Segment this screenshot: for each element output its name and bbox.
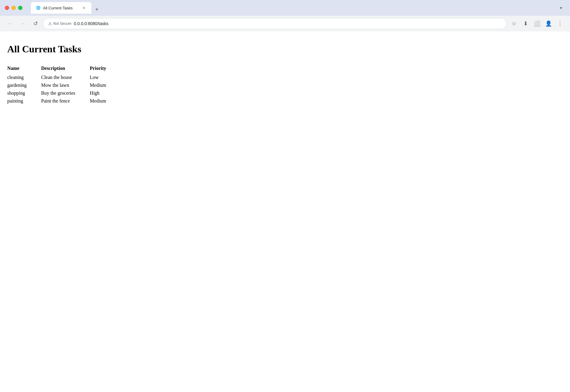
cell-description: Clean the house: [41, 74, 90, 81]
cell-name: painting: [7, 97, 41, 105]
close-button[interactable]: [5, 6, 9, 10]
not-secure-label: Not Secure: [53, 21, 71, 26]
table-body: cleaningClean the houseLowgardeningMow t…: [7, 74, 121, 105]
download-button[interactable]: ⬇: [520, 18, 531, 29]
table-row: gardeningMow the lawnMedium: [7, 81, 121, 89]
cell-priority: High: [90, 89, 121, 97]
table-row: cleaningClean the houseLow: [7, 74, 121, 81]
address-text: 0.0.0.0:8080/tasks: [74, 21, 501, 26]
sidebar-button[interactable]: ⬜: [532, 18, 542, 29]
cell-name: shopping: [7, 89, 41, 97]
cell-priority: Medium: [90, 97, 121, 105]
not-secure-indicator: ⚠ Not Secure: [48, 21, 71, 26]
minimize-button[interactable]: [11, 6, 16, 10]
column-header-name: Name: [7, 64, 41, 74]
new-tab-button[interactable]: +: [93, 5, 101, 14]
cell-description: Buy the groceries: [41, 89, 90, 97]
column-header-description: Description: [41, 64, 90, 74]
cell-name: gardening: [7, 81, 41, 89]
table-row: paintingPaint the fenceMedium: [7, 97, 121, 105]
page-title: All Current Tasks: [7, 44, 563, 55]
warning-icon: ⚠: [48, 21, 52, 26]
table-header-row: Name Description Priority: [7, 64, 121, 74]
address-bar[interactable]: ⚠ Not Secure 0.0.0.0:8080/tasks: [43, 18, 506, 29]
cell-priority: Medium: [90, 81, 121, 89]
forward-button[interactable]: →: [18, 18, 28, 29]
bookmark-button[interactable]: ☆: [509, 18, 519, 29]
cell-description: Mow the lawn: [41, 81, 90, 89]
cell-priority: Low: [90, 74, 121, 81]
table-header: Name Description Priority: [7, 64, 121, 74]
cell-description: Paint the fence: [41, 97, 90, 105]
cell-name: cleaning: [7, 74, 41, 81]
tasks-table: Name Description Priority cleaningClean …: [7, 64, 121, 105]
menu-button[interactable]: ⋮: [555, 18, 565, 29]
tab-bar: 🌐 All Current Tasks × +: [31, 2, 101, 14]
active-tab[interactable]: 🌐 All Current Tasks ×: [31, 2, 91, 14]
browser-frame: 🌐 All Current Tasks × + ▾ ← → ↺ ⚠ Not Se…: [0, 0, 570, 392]
nav-actions: ☆ ⬇ ⬜ 👤 ⋮: [509, 18, 565, 29]
tab-title: All Current Tasks: [43, 6, 79, 10]
column-header-priority: Priority: [90, 64, 121, 74]
profile-button[interactable]: 👤: [543, 18, 554, 29]
navigation-bar: ← → ↺ ⚠ Not Secure 0.0.0.0:8080/tasks ☆ …: [0, 16, 570, 31]
tab-close-button[interactable]: ×: [81, 5, 87, 11]
table-row: shoppingBuy the groceriesHigh: [7, 89, 121, 97]
tab-favicon-icon: 🌐: [36, 5, 41, 10]
page-content: All Current Tasks Name Description Prior…: [0, 31, 570, 392]
back-button[interactable]: ←: [5, 18, 15, 29]
reload-button[interactable]: ↺: [30, 18, 41, 29]
tab-dropdown-button[interactable]: ▾: [557, 4, 565, 12]
maximize-button[interactable]: [18, 6, 22, 10]
title-bar: 🌐 All Current Tasks × + ▾: [0, 0, 570, 16]
traffic-lights: [5, 6, 22, 10]
